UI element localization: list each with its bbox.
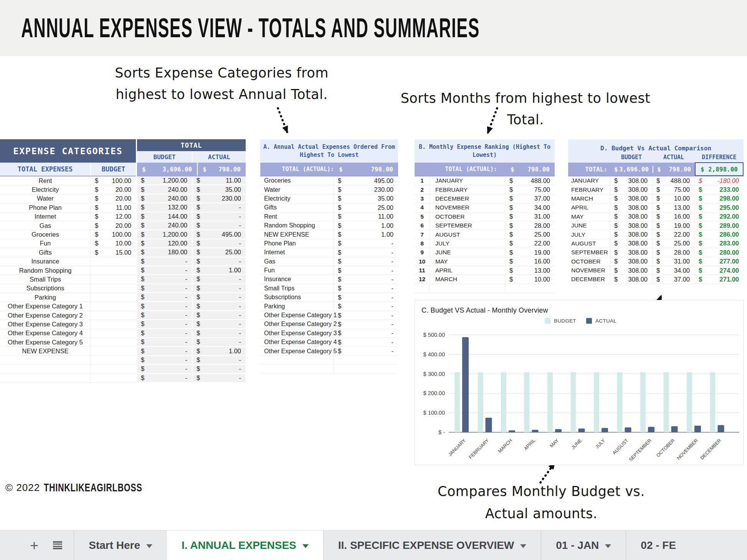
category-cell[interactable]: Rent	[260, 212, 334, 221]
actual-cell[interactable]: $31.00	[653, 257, 695, 266]
actual-cell[interactable]: $488.00	[653, 176, 695, 185]
category-cell[interactable]: Other Expense Category 2	[0, 311, 91, 320]
monthly-budget-cell[interactable]: $10.00	[91, 239, 136, 248]
annual-budget-cell[interactable]: $-	[137, 284, 193, 293]
monthly-budget-cell[interactable]: $	[91, 293, 136, 301]
monthly-budget-cell[interactable]: $20.00	[91, 221, 136, 230]
category-cell[interactable]: Internet	[0, 212, 91, 221]
annual-actual-cell[interactable]: $-	[193, 320, 246, 329]
month-total-cell[interactable]: $34.00	[506, 203, 555, 212]
month-cell[interactable]: JULY	[568, 230, 610, 239]
month-cell[interactable]: DECEMBER	[568, 275, 610, 283]
annual-actual-cell[interactable]: $-	[193, 365, 246, 374]
annual-actual-cell[interactable]: $-	[193, 302, 246, 311]
annual-budget-cell[interactable]: $240.00	[137, 185, 193, 194]
month-total-cell[interactable]: $31.00	[506, 212, 555, 221]
annual-budget-cell[interactable]: $120.00	[137, 239, 193, 248]
category-cell[interactable]: Gas	[260, 257, 334, 266]
annual-budget-cell[interactable]: $-	[137, 320, 193, 329]
month-total-cell[interactable]: $488.00	[506, 176, 555, 185]
annual-actual-cell[interactable]: $-	[193, 275, 246, 284]
annual-actual-cell[interactable]: $495.00	[193, 230, 246, 239]
annual-actual-cell[interactable]: $-	[193, 374, 246, 383]
actual-cell[interactable]: $28.00	[653, 248, 695, 257]
monthly-budget-cell[interactable]: $	[91, 284, 136, 293]
add-sheet-icon[interactable]: +	[30, 538, 38, 553]
category-cell[interactable]: Groceries	[0, 230, 91, 239]
category-cell[interactable]: Electricity	[0, 185, 91, 194]
category-cell[interactable]: Random Shopping	[0, 266, 91, 275]
monthly-budget-cell[interactable]: $100.00	[91, 230, 136, 239]
month-cell[interactable]: SEPTEMBER	[568, 248, 610, 257]
budget-cell[interactable]: $308.00	[610, 194, 653, 203]
rank-cell[interactable]: 1	[415, 176, 430, 185]
annual-actual-cell[interactable]: $-	[193, 293, 246, 302]
category-cell[interactable]	[0, 356, 91, 364]
annual-actual-cell[interactable]: $-	[193, 221, 246, 230]
actual-value-cell[interactable]: $-	[334, 248, 398, 257]
table-d-total-budget[interactable]: $3,696.00	[610, 166, 653, 173]
actual-cell[interactable]: $34.00	[653, 266, 695, 275]
category-cell[interactable]: Fun	[0, 239, 91, 248]
annual-actual-cell[interactable]: $-	[193, 239, 246, 248]
month-cell[interactable]: NOVEMBER	[568, 266, 610, 275]
actual-value-cell[interactable]: $25.00	[334, 203, 398, 212]
difference-cell[interactable]: $274.00	[695, 266, 744, 275]
month-cell[interactable]: JUNE	[430, 248, 506, 257]
monthly-budget-cell[interactable]: $12.00	[91, 212, 136, 221]
actual-value-cell[interactable]: $-	[334, 302, 398, 310]
difference-cell[interactable]: $295.00	[695, 203, 744, 212]
rank-cell[interactable]: 7	[415, 230, 430, 239]
category-cell[interactable]: Insurance	[0, 257, 91, 266]
month-total-cell[interactable]: $28.00	[506, 221, 555, 230]
month-cell[interactable]: JULY	[430, 239, 506, 248]
monthly-budget-cell[interactable]: $	[91, 311, 136, 320]
category-cell[interactable]: Groceries	[260, 176, 334, 185]
annual-budget-cell[interactable]: $-	[137, 302, 193, 311]
rank-cell[interactable]: 5	[415, 212, 430, 221]
actual-value-cell[interactable]: $1.00	[334, 221, 398, 230]
category-cell[interactable]: Water	[0, 194, 91, 203]
rank-cell[interactable]: 9	[415, 248, 430, 257]
category-cell[interactable]: Parking	[0, 293, 91, 301]
category-cell[interactable]: Subscriptions	[260, 293, 334, 301]
actual-value-cell[interactable]: $-	[334, 311, 398, 320]
category-cell[interactable]: Phone Plan	[0, 203, 91, 212]
actual-value-cell[interactable]: $-	[334, 338, 398, 346]
category-cell[interactable]: Phone Plan	[260, 239, 334, 248]
table-a-total-value[interactable]: $798.00	[334, 166, 398, 173]
rank-cell[interactable]: 4	[415, 203, 430, 212]
budget-cell[interactable]: $308.00	[610, 221, 653, 230]
category-cell[interactable]: Random Shopping	[260, 221, 334, 230]
table-b-total-value[interactable]: $798.00	[506, 166, 555, 173]
sheet-tab[interactable]: I. ANNUAL EXPENSES	[167, 530, 323, 560]
month-total-cell[interactable]: $10.00	[506, 275, 555, 283]
actual-value-cell[interactable]: $-	[334, 266, 398, 275]
annual-actual-cell[interactable]: $-	[193, 356, 246, 365]
category-cell[interactable]: Rent	[0, 176, 91, 185]
actual-value-cell[interactable]: $35.00	[334, 194, 398, 203]
annual-budget-cell[interactable]: $132.00	[137, 203, 193, 212]
actual-value-cell[interactable]: $-	[334, 257, 398, 266]
table-d-total-actual[interactable]: $798.00	[653, 166, 695, 173]
month-cell[interactable]: DECEMBER	[430, 194, 506, 203]
category-cell[interactable]: Gifts	[0, 248, 91, 257]
month-cell[interactable]: JANUARY	[430, 176, 506, 185]
category-cell[interactable]: Other Expense Category 4	[0, 329, 91, 338]
difference-cell[interactable]: $298.00	[695, 194, 744, 203]
actual-cell[interactable]: $22.00	[653, 230, 695, 239]
category-cell[interactable]: Other Expense Category 3	[260, 329, 334, 338]
category-cell[interactable]: Internet	[260, 248, 334, 257]
sheet-tab[interactable]: 02 - FE	[626, 530, 691, 560]
actual-cell[interactable]: $19.00	[653, 221, 695, 230]
monthly-budget-cell[interactable]: $20.00	[91, 185, 136, 194]
category-cell[interactable]: Small Trips	[260, 284, 334, 293]
selected-cell-total-difference[interactable]: $2,898.00	[695, 162, 744, 176]
budget-cell[interactable]: $308.00	[610, 257, 653, 266]
category-cell[interactable]: Fun	[260, 266, 334, 275]
category-cell[interactable]: Gifts	[260, 203, 334, 212]
month-cell[interactable]: OCTOBER	[568, 257, 610, 266]
month-cell[interactable]: NOVEMBER	[430, 203, 506, 212]
difference-cell[interactable]: $289.00	[695, 221, 744, 230]
month-total-cell[interactable]: $25.00	[506, 230, 555, 239]
